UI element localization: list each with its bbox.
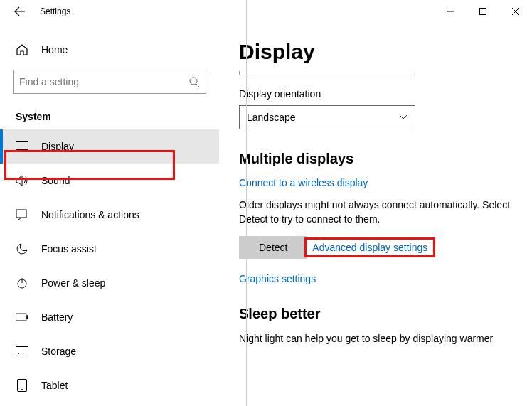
sound-icon	[16, 175, 28, 186]
sidebar-item-label: Battery	[41, 311, 73, 323]
page-title: Display	[239, 40, 512, 64]
field-bottom-border	[239, 71, 415, 75]
search-icon	[188, 76, 200, 87]
arrow-left-icon	[14, 6, 26, 17]
storage-icon	[16, 346, 28, 356]
svg-rect-6	[26, 315, 28, 319]
minimize-icon	[447, 8, 454, 15]
sidebar-section-label: System	[16, 111, 219, 122]
sidebar-item-display[interactable]: Display	[0, 129, 219, 164]
vertical-divider	[246, 0, 247, 406]
focus-assist-icon	[16, 242, 28, 255]
sidebar-item-label: Storage	[41, 346, 76, 357]
advanced-display-settings-link[interactable]: Advanced display settings	[312, 242, 427, 253]
sidebar-item-label: Sound	[41, 175, 70, 186]
window-title: Settings	[40, 6, 70, 16]
svg-rect-2	[16, 142, 28, 150]
sidebar-item-label: Focus assist	[41, 243, 97, 255]
window-controls	[434, 0, 532, 23]
maximize-button[interactable]	[467, 0, 499, 23]
search-box[interactable]	[13, 70, 206, 94]
detect-button[interactable]: Detect	[239, 236, 307, 259]
notifications-icon	[16, 209, 28, 220]
svg-rect-0	[480, 9, 486, 15]
sleep-better-text: Night light can help you get to sleep by…	[239, 332, 512, 346]
svg-point-1	[190, 78, 197, 85]
sidebar: Home System Display Sound Notifications …	[0, 23, 219, 406]
svg-point-8	[18, 353, 19, 354]
svg-rect-3	[16, 210, 26, 218]
sidebar-item-battery[interactable]: Battery	[0, 300, 219, 334]
back-button[interactable]	[9, 0, 31, 23]
sidebar-item-focus-assist[interactable]: Focus assist	[0, 232, 219, 266]
power-icon	[16, 277, 28, 289]
battery-icon	[16, 313, 28, 321]
graphics-settings-link[interactable]: Graphics settings	[239, 273, 512, 284]
older-displays-text: Older displays might not always connect …	[239, 198, 512, 226]
sidebar-item-label: Notifications & actions	[41, 209, 139, 220]
sidebar-item-label: Tablet	[41, 380, 68, 391]
sidebar-item-tablet[interactable]: Tablet	[0, 368, 219, 402]
tablet-icon	[16, 379, 28, 392]
advanced-link-highlight: Advanced display settings	[304, 237, 435, 257]
sidebar-item-power-sleep[interactable]: Power & sleep	[0, 266, 219, 300]
svg-point-10	[21, 389, 23, 390]
chevron-down-icon	[399, 114, 408, 120]
sidebar-home-label: Home	[41, 44, 68, 55]
sidebar-item-notifications[interactable]: Notifications & actions	[0, 198, 219, 232]
close-icon	[512, 8, 519, 15]
multiple-displays-header: Multiple displays	[239, 151, 512, 167]
main-content: Display Display orientation Landscape Mu…	[219, 23, 532, 406]
svg-rect-5	[16, 314, 26, 321]
sidebar-item-label: Display	[41, 141, 74, 152]
sidebar-item-label: Power & sleep	[41, 277, 105, 289]
close-button[interactable]	[499, 0, 532, 23]
sidebar-item-sound[interactable]: Sound	[0, 164, 219, 198]
search-input[interactable]	[19, 76, 188, 87]
wireless-display-link[interactable]: Connect to a wireless display	[239, 177, 512, 188]
orientation-value: Landscape	[247, 112, 296, 123]
svg-rect-7	[16, 347, 28, 356]
orientation-dropdown[interactable]: Landscape	[239, 105, 415, 129]
maximize-icon	[479, 8, 486, 15]
sidebar-item-home[interactable]: Home	[0, 36, 219, 64]
sleep-better-header: Sleep better	[239, 306, 512, 322]
orientation-label: Display orientation	[239, 88, 512, 100]
monitor-icon	[16, 141, 28, 151]
home-icon	[16, 43, 28, 56]
minimize-button[interactable]	[434, 0, 467, 23]
sidebar-item-storage[interactable]: Storage	[0, 334, 219, 368]
